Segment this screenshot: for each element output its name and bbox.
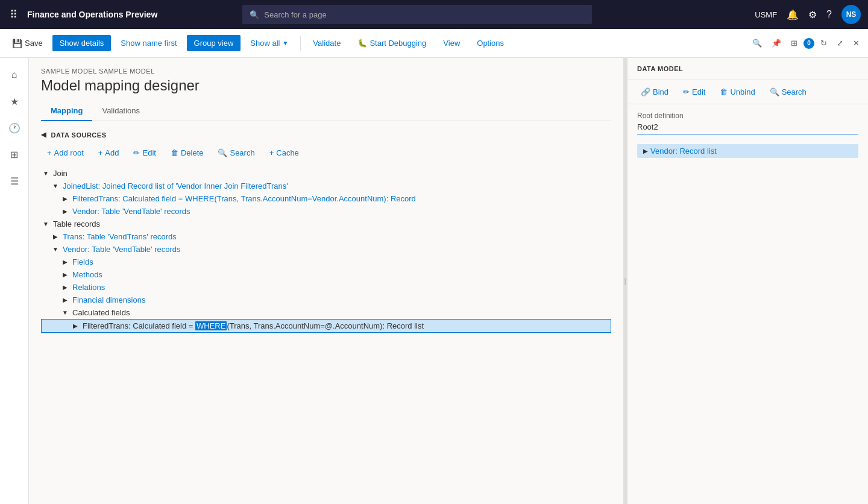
group-view-button[interactable]: Group view (187, 35, 241, 51)
edit-dm-icon: ✏ (683, 87, 690, 96)
edit-dm-button[interactable]: ✏ Edit (677, 85, 711, 99)
data-model-body: Root definition Root2 ▶ Vendor: Record l… (627, 104, 868, 504)
tree-node-methods[interactable]: Methods (41, 268, 611, 281)
top-navigation: ⠿ Finance and Operations Preview 🔍 USMF … (0, 0, 868, 29)
search-button[interactable]: 🔍 Search (212, 146, 260, 160)
tablerecords-expander[interactable] (41, 219, 51, 229)
unbind-button[interactable]: 🗑 Unbind (714, 85, 761, 99)
expand-icon[interactable]: ⤢ (833, 35, 847, 51)
tree-node-filteredtrans-selected[interactable]: FilteredTrans: Calculated field = WHERE(… (41, 319, 611, 333)
sidebar-item-favorites[interactable]: ★ (2, 89, 27, 113)
tree-node-relations[interactable]: Relations (41, 281, 611, 294)
right-panel: DATA MODEL 🔗 Bind ✏ Edit 🗑 Unbind 🔍 Sear… (627, 58, 868, 504)
main-layout: ⌂ ★ 🕐 ⊞ ☰ SAMPLE MODEL SAMPLE MODEL Mode… (0, 58, 868, 504)
save-button[interactable]: 💾 Save (5, 35, 50, 52)
calculated-fields-label: Calculated fields (70, 307, 132, 318)
sidebar-item-workspaces[interactable]: ⊞ (2, 142, 27, 166)
left-panel: SAMPLE MODEL SAMPLE MODEL Model mapping … (29, 58, 623, 504)
filteredtrans-selected-expander[interactable] (71, 321, 80, 331)
global-search[interactable]: 🔍 (242, 5, 592, 24)
tree-node-vendor-inner[interactable]: Vendor: Table 'VendTable' records (41, 205, 611, 218)
fields-expander[interactable] (60, 257, 70, 267)
add-root-button[interactable]: + Add root (41, 146, 90, 160)
vendor-top-expander[interactable] (51, 245, 60, 254)
bind-button[interactable]: 🔗 Bind (635, 85, 675, 99)
separator-1 (300, 36, 301, 51)
refresh-icon[interactable]: ↻ (817, 35, 831, 51)
top-nav-right: USMF 🔔 ⚙ ? NS (755, 5, 861, 24)
show-details-button[interactable]: Show details (52, 35, 112, 51)
content-area: SAMPLE MODEL SAMPLE MODEL Model mapping … (29, 58, 868, 504)
add-icon: + (98, 148, 103, 157)
joinedlist-label: JoinedList: Joined Record list of 'Vendo… (60, 181, 291, 191)
tree-node-fields[interactable]: Fields (41, 256, 611, 268)
settings-icon[interactable]: ⚙ (808, 9, 817, 20)
tab-validations[interactable]: Validations (92, 101, 149, 121)
collapse-arrow[interactable]: ◀ (41, 131, 46, 139)
notifications-icon[interactable]: 🔔 (787, 9, 799, 20)
filteredtrans-inner-expander[interactable] (60, 194, 70, 204)
pin-icon[interactable]: 📌 (768, 35, 785, 51)
data-sources-panel: ◀ DATA SOURCES + Add root + Add ✏ E (29, 121, 623, 504)
joinedlist-expander[interactable] (51, 181, 60, 191)
delete-button[interactable]: 🗑 Delete (165, 146, 210, 160)
debug-icon: 🐛 (357, 39, 367, 48)
close-icon[interactable]: ✕ (849, 35, 863, 51)
vendor-inner-expander[interactable] (60, 207, 70, 216)
tree-node-tablerecords[interactable]: Table records (41, 218, 611, 230)
cache-button[interactable]: + Cache (263, 146, 305, 160)
grid-menu-icon[interactable]: ⠿ (7, 5, 20, 24)
join-expander[interactable] (41, 169, 51, 178)
tablerecords-label: Table records (51, 219, 102, 229)
tree-node-filteredtrans-inner[interactable]: FilteredTrans: Calculated field = WHERE(… (41, 192, 611, 205)
search-icon: 🔍 (250, 10, 259, 19)
tree-node-join[interactable]: Join (41, 167, 611, 180)
unbind-icon: 🗑 (720, 87, 728, 96)
show-name-first-button[interactable]: Show name first (113, 35, 184, 51)
methods-expander[interactable] (60, 270, 70, 280)
start-debugging-button[interactable]: 🐛 Start Debugging (350, 35, 433, 51)
dm-vendor-record-expander[interactable]: ▶ (641, 148, 650, 154)
search-dm-button[interactable]: 🔍 Search (764, 85, 813, 99)
options-button[interactable]: Options (470, 35, 511, 51)
sidebar-item-modules[interactable]: ☰ (2, 169, 27, 193)
app-title: Finance and Operations Preview (27, 10, 157, 19)
panel-icon[interactable]: ⊞ (787, 35, 801, 51)
validate-button[interactable]: Validate (306, 35, 348, 51)
add-root-icon: + (47, 148, 52, 157)
tree-node-joinedlist[interactable]: JoinedList: Joined Record list of 'Vendo… (41, 180, 611, 192)
save-icon: 💾 (12, 39, 22, 48)
dm-tree-node-vendor-record[interactable]: ▶ Vendor: Record list (637, 144, 858, 158)
vendor-inner-label: Vendor: Table 'VendTable' records (70, 206, 193, 216)
vendor-top-label: Vendor: Table 'VendTable' records (60, 244, 183, 254)
data-model-header: DATA MODEL (627, 58, 868, 80)
financial-dimensions-expander[interactable] (60, 295, 70, 305)
relations-label: Relations (70, 282, 107, 292)
sidebar-item-recent[interactable]: 🕐 (2, 116, 27, 140)
search-ds-icon: 🔍 (218, 148, 227, 157)
tabs-container: Mapping Validations (41, 101, 611, 121)
help-icon[interactable]: ? (826, 9, 832, 20)
breadcrumb: SAMPLE MODEL SAMPLE MODEL (41, 68, 611, 75)
relations-expander[interactable] (60, 283, 70, 292)
search-input[interactable] (264, 10, 585, 19)
tree-node-calculated-fields[interactable]: Calculated fields (41, 306, 611, 319)
toolbar-search-icon[interactable]: 🔍 (749, 35, 766, 51)
edit-button[interactable]: ✏ Edit (127, 146, 162, 160)
data-sources-header: ◀ DATA SOURCES (41, 131, 611, 139)
calculated-fields-expander[interactable] (60, 308, 70, 318)
trans-expander[interactable] (51, 232, 60, 242)
toolbar: 💾 Save Show details Show name first Grou… (0, 29, 868, 58)
tree-node-vendor-top[interactable]: Vendor: Table 'VendTable' records (41, 243, 611, 256)
avatar[interactable]: NS (841, 5, 861, 24)
show-all-button[interactable]: Show all ▼ (243, 35, 295, 51)
financial-dimensions-label: Financial dimensions (70, 295, 148, 305)
add-button[interactable]: + Add (92, 146, 125, 160)
join-label: Join (51, 168, 70, 178)
tab-mapping[interactable]: Mapping (41, 101, 92, 121)
sidebar-item-home[interactable]: ⌂ (2, 63, 27, 87)
highlighted-where: WHERE (195, 321, 227, 330)
tree-node-financial-dimensions[interactable]: Financial dimensions (41, 294, 611, 306)
tree-node-trans[interactable]: Trans: Table 'VendTrans' records (41, 230, 611, 243)
view-button[interactable]: View (436, 35, 467, 51)
